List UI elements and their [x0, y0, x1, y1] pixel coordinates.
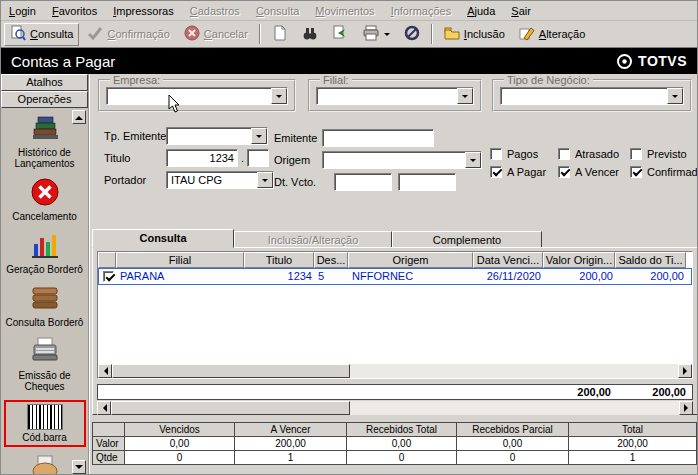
summary-valor-recebidos-total: 0,00: [347, 437, 457, 451]
dt-vcto-to-input[interactable]: [398, 173, 456, 191]
scroll-right-button[interactable]: [679, 401, 693, 415]
titulo-parcela-input[interactable]: [247, 149, 269, 167]
checkbox-box[interactable]: [558, 166, 570, 178]
sidebar-item-cancelamento[interactable]: Cancelamento: [4, 177, 86, 222]
grid-empty-area: [98, 285, 692, 364]
cancelar-button[interactable]: Cancelar: [178, 23, 254, 46]
grid-header-des[interactable]: Des...: [314, 252, 348, 268]
menu-item-ajuda[interactable]: Ajuda: [459, 2, 503, 20]
tab-consulta[interactable]: Consulta: [92, 229, 234, 248]
grid-header-saldo-titulo[interactable]: Saldo do Ti...: [615, 252, 686, 268]
dropdown-arrow-icon[interactable]: [257, 172, 273, 188]
sidebar-tab-operacoes[interactable]: Operações: [1, 91, 88, 108]
dropdown-arrow-icon[interactable]: [271, 88, 287, 104]
total-valor-original: 200,00: [543, 385, 611, 399]
titulo-separator: .: [241, 152, 244, 164]
checkbox-box[interactable]: [630, 166, 642, 178]
checkbox-box[interactable]: [630, 148, 642, 160]
dropdown-arrow-icon[interactable]: [251, 128, 267, 144]
origem-combobox[interactable]: [322, 151, 482, 169]
sidebar-item-emissao-cheques[interactable]: Emissão de Cheques: [4, 336, 86, 392]
consulta-button[interactable]: Consulta: [4, 23, 79, 46]
checkbox-label: Confirmado: [647, 166, 698, 178]
summary-valor-a-vencer: 200,00: [235, 437, 347, 451]
about-button[interactable]: [398, 23, 426, 46]
scroll-right-button[interactable]: [678, 364, 692, 378]
grid-header-titulo[interactable]: Titulo: [244, 252, 314, 268]
origem-label: Origem: [274, 154, 310, 166]
grid-header-select[interactable]: [98, 252, 116, 268]
cheque-printer-icon: [30, 336, 60, 368]
table-row[interactable]: PARANA 1234 5 NFFORNEC 26/11/2020 200,00…: [98, 268, 692, 285]
tab-inclusao-alteracao[interactable]: Inclusão/Alteração: [234, 231, 392, 248]
pencil-icon: [519, 25, 535, 43]
tp-emitente-combobox[interactable]: [166, 127, 268, 145]
portador-value: ITAU CPG: [171, 174, 222, 186]
checkbox-pagos[interactable]: Pagos: [490, 148, 538, 160]
filial-combobox[interactable]: [316, 87, 474, 105]
menu-item-movimentos[interactable]: Movimentos: [307, 2, 382, 20]
tipo-negocio-combobox[interactable]: [500, 87, 684, 105]
cell-data-vencimento: 26/11/2020: [474, 269, 544, 284]
checkbox-atrasado[interactable]: Atrasado: [558, 148, 619, 160]
grid-header-filial[interactable]: Filial: [116, 252, 244, 268]
checkbox-label: Atrasado: [575, 148, 619, 160]
grid-header-valor-original[interactable]: Valor Origin...: [543, 252, 615, 268]
scroll-left-button[interactable]: [98, 364, 112, 378]
checkbox-a-vencer[interactable]: A Vencer: [558, 166, 619, 178]
checkbox-box[interactable]: [558, 148, 570, 160]
tab-complemento[interactable]: Complemento: [392, 231, 542, 248]
titulo-input[interactable]: 1234: [166, 149, 238, 167]
menu-item-login[interactable]: Login: [1, 2, 44, 20]
print-button[interactable]: [356, 23, 396, 46]
alteracao-button[interactable]: Alteração: [513, 23, 591, 46]
new-document-button[interactable]: [266, 23, 294, 46]
grid-horizontal-scrollbar[interactable]: [98, 364, 692, 378]
find-button[interactable]: [296, 23, 324, 46]
totals-horizontal-scrollbar[interactable]: [97, 401, 693, 415]
scrollbar-track[interactable]: [112, 364, 678, 378]
app-window: Login Favoritos Impressoras Cadastros Co…: [0, 0, 698, 475]
checkbox-box[interactable]: [490, 148, 502, 160]
grid-header-origem[interactable]: Origem: [348, 252, 473, 268]
menu-item-sair[interactable]: Sair: [503, 2, 539, 20]
menu-item-impressoras[interactable]: Impressoras: [105, 2, 182, 20]
sidebar-tab-atalhos[interactable]: Atalhos: [1, 74, 88, 91]
summary-table: Vencidos A Vencer Recebidos Total Recebi…: [92, 422, 697, 465]
menu-item-informacoes[interactable]: Informações: [383, 2, 460, 20]
checkbox-confirmado[interactable]: Confirmado: [630, 166, 698, 178]
menu-item-favoritos[interactable]: Favoritos: [44, 2, 105, 20]
row-checkbox[interactable]: [103, 271, 114, 282]
dropdown-arrow-icon[interactable]: [465, 152, 481, 168]
dropdown-arrow-icon[interactable]: [667, 88, 683, 104]
scrollbar-thumb[interactable]: [112, 364, 350, 378]
sidebar-item-label: Emissão de Cheques: [4, 370, 86, 392]
confirmacao-button[interactable]: Confirmação: [81, 23, 175, 46]
scrollbar-track[interactable]: [111, 401, 679, 415]
sidebar-scroll-up-button[interactable]: [72, 110, 86, 124]
checkbox-a-pagar[interactable]: A Pagar: [490, 166, 546, 178]
menu-item-cadastros[interactable]: Cadastros: [182, 2, 248, 20]
scrollbar-thumb[interactable]: [111, 401, 350, 415]
emitente-input[interactable]: [322, 129, 434, 147]
summary-valor-total: 200,00: [569, 437, 697, 451]
checkbox-box[interactable]: [490, 166, 502, 178]
sidebar-item-consulta-bordero[interactable]: Consulta Borderô: [4, 283, 86, 328]
portador-combobox[interactable]: ITAU CPG: [166, 171, 274, 189]
scroll-left-button[interactable]: [97, 401, 111, 415]
totvs-circle-icon: [616, 53, 633, 70]
empresa-combobox[interactable]: [106, 87, 288, 105]
menu-item-consulta[interactable]: Consulta: [248, 2, 307, 20]
grid-header-data-vencimento[interactable]: Data Venci...: [473, 252, 543, 268]
dt-vcto-from-input[interactable]: [334, 173, 392, 191]
sidebar-scroll-down-button[interactable]: [72, 460, 86, 474]
sidebar-item-geracao-bordero[interactable]: Geração Borderô: [4, 230, 86, 275]
summary-header-a-vencer: A Vencer: [235, 423, 347, 437]
tipo-negocio-label: Tipo de Negócio:: [504, 74, 593, 86]
export-button[interactable]: [326, 23, 354, 46]
sidebar-item-cod-barra[interactable]: Cód.barra: [4, 400, 86, 447]
inclusao-button[interactable]: Inclusão: [438, 23, 511, 46]
checkbox-previsto[interactable]: Previsto: [630, 148, 687, 160]
dropdown-arrow-icon[interactable]: [457, 88, 473, 104]
empresa-label: Empresa:: [110, 74, 163, 86]
